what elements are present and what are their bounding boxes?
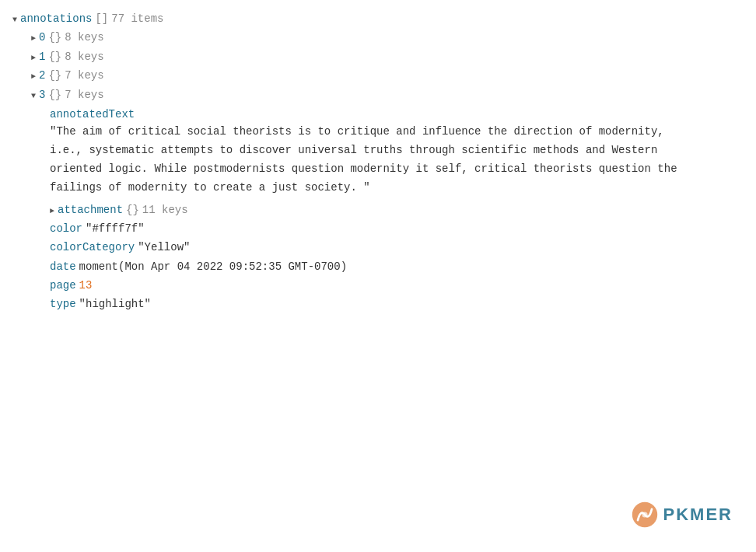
color-value: "#ffff7f" (86, 220, 145, 237)
page-key: page (50, 277, 76, 294)
color-category-row: colorCategory "Yellow" (50, 238, 744, 257)
root-node: annotations [] 77 items (12, 9, 744, 28)
root-key: annotations (20, 10, 92, 27)
item-0-meta: 8 keys (65, 29, 103, 46)
page-row: page 13 (50, 276, 744, 295)
color-category-key: colorCategory (50, 239, 135, 256)
attachment-meta: 11 keys (142, 201, 188, 218)
item-1-toggle[interactable] (31, 48, 36, 65)
item-1-node: 1 {} 8 keys (31, 47, 744, 66)
item-0-node: 0 {} 8 keys (31, 28, 744, 47)
item-2-toggle[interactable] (31, 67, 36, 84)
page-value: 13 (79, 277, 93, 294)
item-2-index: 2 (39, 67, 45, 84)
attachment-node: attachment {} 11 keys (50, 201, 744, 219)
type-value: "highlight" (79, 295, 151, 313)
item-3-meta: 7 keys (65, 86, 103, 103)
type-row: type "highlight" (50, 295, 744, 313)
annotated-text-key: annotatedText (50, 106, 135, 123)
item-1-meta: 8 keys (65, 48, 103, 65)
color-category-value: "Yellow" (138, 239, 190, 256)
type-key: type (50, 295, 76, 313)
item-0-toggle[interactable] (31, 29, 36, 46)
attachment-key: attachment (58, 201, 123, 218)
item-2-type: {} (48, 67, 61, 84)
item-2-node: 2 {} 7 keys (31, 66, 744, 85)
date-value: moment(Mon Apr 04 2022 09:52:35 GMT-0700… (79, 258, 347, 275)
item-1-index: 1 (39, 48, 45, 65)
watermark-label: PKMER (663, 501, 733, 528)
item-3-type: {} (48, 86, 61, 103)
date-row: date moment(Mon Apr 04 2022 09:52:35 GMT… (50, 257, 744, 276)
attachment-type: {} (126, 201, 139, 218)
item-3-node: 3 {} 7 keys (31, 86, 744, 104)
attachment-toggle[interactable] (50, 201, 54, 218)
item-3-toggle[interactable] (31, 86, 36, 103)
root-meta: 77 items (111, 10, 163, 27)
item-2-meta: 7 keys (65, 67, 103, 84)
item-0-index: 0 (39, 29, 45, 46)
item-1-type: {} (48, 48, 61, 65)
item-3-index: 3 (39, 86, 45, 103)
watermark: PKMER (631, 501, 733, 529)
svg-point-1 (642, 512, 647, 517)
pkmer-logo-icon (631, 501, 659, 529)
annotated-text-value: "The aim of critical social theorists is… (50, 123, 688, 197)
color-key: color (50, 220, 82, 237)
date-key: date (50, 258, 76, 275)
item-0-type: {} (48, 29, 61, 46)
root-toggle[interactable] (12, 10, 17, 27)
color-row: color "#ffff7f" (50, 219, 744, 238)
root-type: [] (95, 10, 108, 27)
annotated-text-row: annotatedText "The aim of critical socia… (50, 104, 744, 199)
